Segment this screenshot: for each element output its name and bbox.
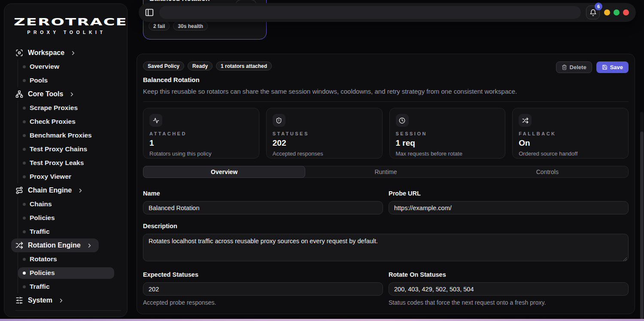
chevron-right-icon	[86, 242, 93, 249]
sidebar-section-label: Workspace	[28, 49, 64, 57]
bullet-icon	[23, 79, 26, 82]
logout-icon	[15, 316, 23, 317]
sidebar-item-rotation-traffic[interactable]: Traffic	[18, 280, 127, 293]
probe-url-input[interactable]	[389, 201, 629, 214]
sidebar-section-label: Core Tools	[28, 90, 63, 98]
saved-policy-badge: Saved Policy	[143, 61, 184, 70]
trash-icon	[562, 64, 567, 70]
tab-runtime[interactable]: Runtime	[305, 166, 466, 177]
bullet-icon	[23, 230, 26, 233]
focus-icon	[15, 49, 23, 57]
description-label: Description	[143, 223, 629, 229]
bullet-icon	[23, 107, 26, 110]
save-icon	[602, 64, 608, 70]
policy-title: Balanced Rotation	[143, 76, 629, 83]
fail-count-badge: 2 fail	[149, 21, 170, 31]
sidebar-item-rotators[interactable]: Rotators	[18, 252, 127, 266]
bullet-icon	[23, 258, 26, 261]
bullet-icon	[23, 162, 26, 165]
health-interval-badge: 30s health	[173, 21, 208, 31]
stat-fallback: FALLBACK On Ordered source handoff	[512, 108, 629, 159]
policy-form: Name Probe URL Description Rotates local…	[137, 178, 635, 306]
sidebar-group-chain-engine: Chains Policies Traffic	[18, 197, 127, 238]
sidebar-section-system[interactable]: System	[11, 293, 70, 307]
sidebar-group-rotation-engine: Rotators Policies Traffic	[18, 252, 127, 293]
sidebar-toggle-button[interactable]	[145, 8, 154, 17]
route-icon	[15, 186, 23, 194]
rotate-on-statuses-input[interactable]	[389, 282, 629, 296]
green-dot[interactable]	[614, 9, 620, 15]
sidebar: ZEROTRACE PROXY TOOLKIT Workspace Overvi…	[4, 3, 128, 317]
policy-header: Saved Policy Ready 1 rotators attached D…	[137, 54, 635, 102]
description-textarea[interactable]: Rotates localhost traffic across reusabl…	[143, 234, 629, 261]
policy-description-text: Keep this reusable so rotators can share…	[143, 88, 629, 95]
sidebar-nav: Workspace Overview Pools Core Tools Scra…	[4, 35, 127, 317]
logout-label: Logout	[28, 316, 51, 317]
network-icon	[15, 90, 23, 98]
sidebar-group-workspace: Overview Pools	[18, 60, 127, 87]
sidebar-item-test-proxy-leaks[interactable]: Test Proxy Leaks	[18, 156, 127, 170]
shield-alert-icon	[273, 114, 286, 127]
sliders-icon	[15, 297, 23, 304]
chevron-right-icon	[70, 50, 76, 56]
stat-statuses: STATUSES 202 Accepted responses	[266, 108, 383, 159]
top-bar: 6	[139, 3, 636, 22]
sidebar-section-core-tools[interactable]: Core Tools	[11, 87, 81, 101]
bullet-icon	[23, 285, 26, 288]
activity-icon	[149, 114, 162, 127]
red-dot[interactable]	[623, 9, 629, 15]
sidebar-section-workspace[interactable]: Workspace	[11, 46, 82, 60]
panel-left-icon	[145, 8, 154, 17]
sidebar-item-rotation-policies[interactable]: Policies	[18, 267, 114, 279]
policy-tabs: Overview Runtime Controls	[143, 166, 629, 178]
tab-controls[interactable]: Controls	[467, 166, 628, 177]
notifications-button[interactable]: 6	[586, 6, 600, 19]
bottom-gradient-strip	[0, 319, 644, 321]
sidebar-item-chain-policies[interactable]: Policies	[18, 211, 127, 225]
probe-url-field-block: Probe URL	[389, 190, 629, 214]
sidebar-item-pools[interactable]: Pools	[18, 73, 127, 87]
bullet-icon	[23, 148, 26, 151]
expected-statuses-help: Accepted probe responses.	[143, 299, 383, 306]
sidebar-section-rotation-engine[interactable]: Rotation Engine	[11, 238, 99, 252]
shuffle-icon	[15, 242, 23, 249]
sidebar-item-check-proxies[interactable]: Check Proxies	[18, 115, 127, 128]
search-input[interactable]	[159, 6, 581, 19]
chevron-right-icon	[69, 91, 75, 98]
sidebar-item-proxy-viewer[interactable]: Proxy Viewer	[18, 170, 127, 183]
bullet-icon	[23, 175, 26, 178]
sidebar-item-overview[interactable]: Overview	[18, 60, 127, 73]
peek-card-title: Balanced Rotation	[149, 0, 210, 3]
description-field-block: Description Rotates localhost traffic ac…	[143, 223, 629, 263]
notification-count-badge: 6	[595, 3, 602, 10]
brand-wordmark: ZEROTRACE	[14, 18, 127, 27]
sidebar-item-chains[interactable]: Chains	[18, 197, 127, 211]
bullet-icon	[23, 134, 26, 137]
tab-overview[interactable]: Overview	[143, 166, 305, 178]
sidebar-section-label: System	[28, 297, 52, 304]
sidebar-group-core-tools: Scrape Proxies Check Proxies Benchmark P…	[18, 101, 127, 183]
bullet-icon	[23, 217, 26, 220]
shuffle-icon	[519, 114, 532, 127]
rotators-attached-badge: 1 rotators attached	[216, 61, 272, 70]
sidebar-item-chain-traffic[interactable]: Traffic	[18, 225, 127, 238]
sidebar-item-benchmark-proxies[interactable]: Benchmark Proxies	[18, 128, 127, 142]
yellow-dot[interactable]	[604, 9, 610, 15]
name-input[interactable]	[143, 201, 383, 214]
expected-statuses-input[interactable]	[143, 282, 383, 296]
sidebar-item-test-proxy-chains[interactable]: Test Proxy Chains	[18, 142, 127, 156]
sidebar-section-chain-engine[interactable]: Chain Engine	[11, 183, 90, 197]
stat-session: SESSION 1 req Max requests before rotate	[389, 108, 506, 159]
bullet-icon	[23, 272, 26, 275]
brand-logo: ZEROTRACE PROXY TOOLKIT	[4, 4, 127, 35]
policy-detail-card: Saved Policy Ready 1 rotators attached D…	[137, 54, 635, 314]
delete-button[interactable]: Delete	[556, 61, 592, 73]
ready-badge: Ready	[188, 61, 213, 70]
bullet-icon	[23, 120, 26, 123]
save-button[interactable]: Save	[596, 61, 629, 73]
sidebar-item-logout[interactable]: Logout	[11, 313, 57, 317]
sidebar-divider	[15, 310, 121, 311]
sidebar-item-scrape-proxies[interactable]: Scrape Proxies	[18, 101, 127, 115]
policy-stats: ATTACHED 1 Rotators using this policy ST…	[137, 102, 635, 165]
scrollbar-thumb[interactable]	[640, 131, 644, 319]
